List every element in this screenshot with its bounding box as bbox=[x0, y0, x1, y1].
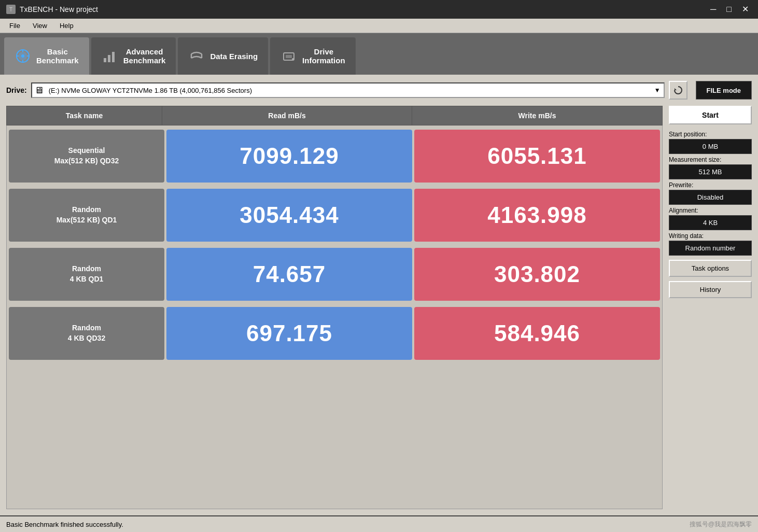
table-row: Random 4 KB QD1 74.657 303.802 bbox=[7, 246, 662, 303]
write-value-2: 303.802 bbox=[414, 248, 660, 301]
status-message: Basic Benchmark finished successfully. bbox=[6, 521, 123, 528]
drive-information-icon bbox=[280, 48, 297, 64]
file-mode-button[interactable]: FILE mode bbox=[696, 81, 752, 100]
close-button[interactable]: ✕ bbox=[739, 5, 752, 13]
drive-label: Drive: bbox=[6, 86, 27, 94]
tab-erasing-label: Data Erasing bbox=[210, 52, 258, 61]
window-controls: ─ □ ✕ bbox=[707, 5, 752, 13]
alignment-section: Alignment: 4 KB bbox=[669, 207, 752, 230]
svg-point-12 bbox=[292, 58, 294, 60]
basic-benchmark-icon bbox=[15, 48, 31, 64]
read-value-0: 7099.129 bbox=[166, 130, 412, 183]
write-value-3: 584.946 bbox=[414, 307, 660, 360]
svg-rect-7 bbox=[104, 58, 106, 62]
table-body: Sequential Max(512 KB) QD32 7099.129 605… bbox=[6, 125, 663, 509]
drive-refresh-button[interactable] bbox=[669, 81, 687, 100]
benchmark-table-area: Task name Read mB/s Write mB/s Sequentia… bbox=[6, 106, 663, 509]
status-bar: Basic Benchmark finished successfully. 搜… bbox=[0, 515, 758, 532]
write-value-0: 6055.131 bbox=[414, 130, 660, 183]
svg-point-6 bbox=[21, 54, 24, 58]
watermark: 搜狐号@我是四海飘零 bbox=[690, 520, 752, 529]
read-value-1: 3054.434 bbox=[166, 189, 412, 242]
menu-bar: File View Help bbox=[0, 19, 758, 33]
measurement-size-section: Measurement size: 512 MB bbox=[669, 156, 752, 179]
menu-file[interactable]: File bbox=[4, 21, 25, 31]
table-row: Sequential Max(512 KB) QD32 7099.129 605… bbox=[7, 128, 662, 185]
start-position-value: 0 MB bbox=[669, 139, 752, 154]
tab-data-erasing[interactable]: Data Erasing bbox=[178, 37, 268, 75]
title-bar: T TxBENCH - New project ─ □ ✕ bbox=[0, 0, 758, 19]
measurement-size-label: Measurement size: bbox=[669, 156, 752, 163]
menu-help[interactable]: Help bbox=[54, 21, 79, 31]
start-position-label: Start position: bbox=[669, 131, 752, 138]
advanced-benchmark-icon bbox=[102, 48, 118, 64]
table-row: Random 4 KB QD32 697.175 584.946 bbox=[7, 305, 662, 362]
window-title: TxBENCH - New project bbox=[20, 5, 98, 13]
sidebar: Start Start position: 0 MB Measurement s… bbox=[669, 106, 752, 509]
prewrite-label: Prewrite: bbox=[669, 181, 752, 189]
app-icon: T bbox=[6, 5, 16, 14]
title-bar-left: T TxBENCH - New project bbox=[6, 5, 98, 14]
col-read: Read mB/s bbox=[162, 106, 412, 125]
drive-select-wrapper: 🖥 (E:) NVMe GLOWAY YCT2TNVMe 1.86 TB (4,… bbox=[31, 81, 687, 100]
measurement-size-value: 512 MB bbox=[669, 164, 752, 179]
maximize-button[interactable]: □ bbox=[723, 5, 735, 13]
data-erasing-icon bbox=[188, 48, 205, 64]
svg-marker-13 bbox=[675, 88, 677, 90]
toolbar: Basic Benchmark Advanced Benchmark Data … bbox=[0, 33, 758, 75]
table-row: Random Max(512 KB) QD1 3054.434 4163.998 bbox=[7, 187, 662, 244]
drive-icon: 🖥 bbox=[34, 85, 44, 96]
alignment-value: 4 KB bbox=[669, 215, 752, 230]
task-options-button[interactable]: Task options bbox=[669, 260, 752, 277]
history-button[interactable]: History bbox=[669, 281, 752, 298]
alignment-label: Alignment: bbox=[669, 207, 752, 214]
prewrite-value: Disabled bbox=[669, 190, 752, 205]
main-area: Drive: 🖥 (E:) NVMe GLOWAY YCT2TNVMe 1.86… bbox=[0, 75, 758, 515]
col-task-name: Task name bbox=[7, 106, 162, 125]
task-name-1: Random Max(512 KB) QD1 bbox=[9, 189, 164, 242]
writing-data-value: Random number bbox=[669, 241, 752, 256]
task-name-3: Random 4 KB QD32 bbox=[9, 307, 164, 360]
task-name-0: Sequential Max(512 KB) QD32 bbox=[9, 130, 164, 183]
drive-select[interactable]: (E:) NVMe GLOWAY YCT2TNVMe 1.86 TB (4,00… bbox=[31, 82, 665, 98]
read-value-3: 697.175 bbox=[166, 307, 412, 360]
tab-basic-benchmark[interactable]: Basic Benchmark bbox=[4, 37, 89, 75]
svg-rect-11 bbox=[286, 55, 292, 58]
tab-drive-information[interactable]: Drive Information bbox=[270, 37, 356, 75]
minimize-button[interactable]: ─ bbox=[707, 5, 719, 13]
tab-basic-label: Basic Benchmark bbox=[36, 47, 79, 65]
start-position-section: Start position: 0 MB bbox=[669, 131, 752, 154]
writing-data-label: Writing data: bbox=[669, 232, 752, 240]
svg-rect-9 bbox=[112, 52, 115, 62]
task-name-2: Random 4 KB QD1 bbox=[9, 248, 164, 301]
writing-data-section: Writing data: Random number bbox=[669, 232, 752, 256]
col-write: Write mB/s bbox=[412, 106, 662, 125]
table-header: Task name Read mB/s Write mB/s bbox=[6, 106, 663, 125]
tab-advanced-label: Advanced Benchmark bbox=[123, 47, 166, 65]
write-value-1: 4163.998 bbox=[414, 189, 660, 242]
tab-advanced-benchmark[interactable]: Advanced Benchmark bbox=[91, 37, 176, 75]
tab-drive-label: Drive Information bbox=[302, 47, 345, 65]
drive-row: Drive: 🖥 (E:) NVMe GLOWAY YCT2TNVMe 1.86… bbox=[6, 81, 752, 100]
prewrite-section: Prewrite: Disabled bbox=[669, 181, 752, 205]
menu-view[interactable]: View bbox=[27, 21, 52, 31]
content-wrapper: Task name Read mB/s Write mB/s Sequentia… bbox=[6, 106, 752, 509]
start-button[interactable]: Start bbox=[669, 106, 752, 124]
read-value-2: 74.657 bbox=[166, 248, 412, 301]
svg-rect-8 bbox=[108, 55, 110, 62]
